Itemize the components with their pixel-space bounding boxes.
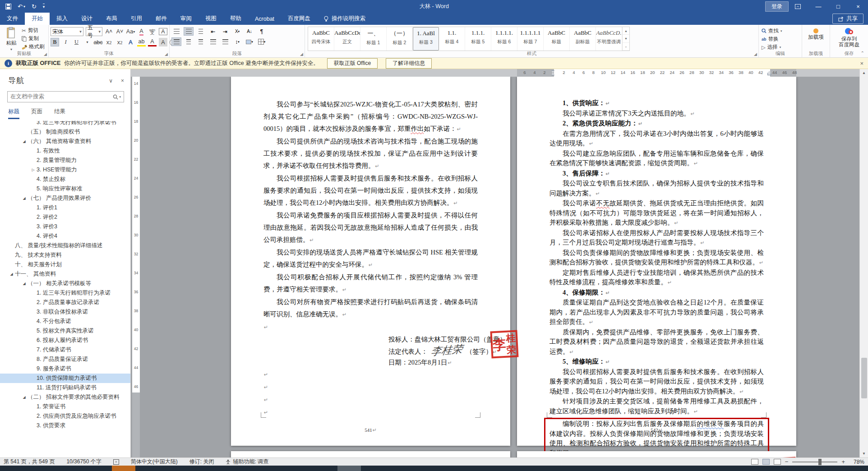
proofing-errors-icon[interactable]: ×	[113, 459, 119, 465]
copy-button[interactable]: 复制	[22, 35, 45, 42]
nav-heading-item[interactable]: ◢（二） 招标文件要求的其他必要资料	[0, 392, 130, 402]
style-正文[interactable]: AaBbCcDd正文	[334, 27, 360, 51]
grow-font-button[interactable]: A˄	[105, 28, 113, 36]
collapse-ribbon-icon[interactable]: ⌃	[861, 51, 864, 55]
nav-heading-item[interactable]: 7. 代储承诺书	[0, 345, 130, 355]
align-right-button[interactable]	[196, 37, 206, 46]
nav-heading-item[interactable]: 11. 送货打码贴码承诺书	[0, 383, 130, 392]
bullets-button[interactable]	[171, 27, 181, 36]
nav-heading-item[interactable]: 1. 近三年无行贿犯罪行为承诺	[0, 288, 130, 298]
nav-heading-item[interactable]: 2. 质量管理能力	[0, 156, 130, 165]
read-mode-view-button[interactable]	[751, 459, 758, 465]
language-indicator[interactable]: 简体中文(中国大陆)	[131, 458, 178, 466]
customize-quick-access-icon[interactable]: ▾	[43, 4, 45, 9]
underline-dropdown-icon[interactable]: ▾	[83, 38, 92, 46]
paragraph-dialog-launcher-icon[interactable]: ◢	[300, 52, 303, 56]
clipboard-dialog-launcher-icon[interactable]: ◢	[44, 52, 47, 56]
horizontal-ruler[interactable]: 6422468101214161820222426283032343638404…	[131, 69, 859, 77]
expand-open-icon[interactable]: ◢	[21, 196, 28, 200]
next-page-top[interactable]	[517, 451, 796, 457]
paragraph[interactable]: 我公司承诺免费服务的项目应根据招标人需要及时提供，不得以任何理由故意拖延。若因我…	[263, 209, 478, 246]
web-layout-view-button[interactable]	[774, 459, 781, 465]
expand-open-icon[interactable]: ◢	[21, 139, 28, 143]
warning-close-icon[interactable]: ×	[860, 60, 863, 67]
justify-button[interactable]	[208, 37, 218, 46]
style-标题[interactable]: AaBbC标题	[544, 27, 570, 51]
change-case-button[interactable]: Aa▾	[126, 28, 135, 36]
nav-tab-结果[interactable]: 结果	[54, 108, 65, 119]
tab-设计[interactable]: 设计	[74, 13, 99, 25]
style-标题 3[interactable]: 1. AaBl标题 3	[413, 27, 439, 51]
nav-heading-item[interactable]: ◢（七） 产品使用效果评价	[0, 194, 130, 203]
tab-引用[interactable]: 引用	[124, 13, 149, 25]
format-painter-button[interactable]: 格式刷	[22, 43, 45, 50]
save-icon[interactable]	[5, 4, 11, 9]
style-标题 7[interactable]: 1.1.1.1.1标题 7	[517, 27, 544, 51]
nav-heading-item[interactable]: ◢（一） 相关承诺书模板等	[0, 279, 130, 288]
paragraph[interactable]: ↵	[263, 406, 478, 419]
paragraph[interactable]: 我公司安排的现场送货人员将严格遵守长城钻探公司 HSE 相关管理规定，确保送货过…	[263, 246, 478, 271]
search-icon[interactable]: ▾	[113, 94, 121, 100]
paste-button[interactable]: 粘贴 ▾	[2, 26, 21, 51]
paragraph[interactable]: 定期对售后维修人员进行专业技能培训，确保其熟悉所供产品的技术特性及维修流程，提高…	[549, 268, 764, 288]
paragraph[interactable]: 我公司设立专职售后技术团队，确保为招标人提供专业的技术指导和问题解决方案。↵	[549, 179, 764, 199]
nav-heading-item[interactable]: 4. 评价4	[0, 231, 130, 241]
save-to-netdisk-button[interactable]: 保存到百度网盘	[832, 26, 866, 51]
accessibility-indicator[interactable]: 辅助功能: 调查	[226, 458, 268, 466]
nav-heading-item[interactable]: （五） 制造商授权书	[0, 127, 130, 137]
align-left-button[interactable]	[171, 37, 181, 46]
highlight-button[interactable]: ab	[137, 38, 146, 46]
paragraph[interactable]: 质量保证期自产品到达交货地点验收合格之日起12个月。在质量保证期内，若产品出现非…	[549, 298, 764, 328]
nav-heading-item[interactable]: 8. 产品质量保证承诺	[0, 355, 130, 364]
scroll-up-icon[interactable]: ▲	[860, 69, 868, 77]
paragraph[interactable]: 我公司参与“长城钻探2025-WZJC-物资化工-05-A17大类胶粘剂、密封剂…	[263, 98, 478, 135]
nav-heading-item[interactable]: 3. 非联合体投标承诺	[0, 307, 130, 317]
paragraph[interactable]: ↵	[263, 381, 478, 393]
tab-邮件[interactable]: 邮件	[149, 13, 174, 25]
paragraph[interactable]: 我公司根据招标人需要及时提供售后服务和技术服务。在收到招标人服务要求的通知后，我…	[263, 172, 478, 209]
style-四号宋体[interactable]: AaBbC四号宋体	[308, 27, 334, 51]
expand-open-icon[interactable]: ◢	[8, 272, 15, 276]
nav-heading-item[interactable]: 3. 评价3	[0, 222, 130, 231]
superscript-button[interactable]: x2	[115, 38, 124, 46]
subscript-button[interactable]: x2	[105, 38, 113, 46]
font-name-combo[interactable]: 宋体▾	[51, 27, 83, 36]
paragraph[interactable]: 我公司对所有物资严格按照要求进行打码贴码后再送货，确保条码清晰可识别、信息准确无…	[263, 296, 478, 321]
track-changes-indicator[interactable]: 修订: 关闭	[189, 458, 214, 466]
paragraph[interactable]: 我公司积极配合招标人开展代储代销工作，按照约定缴纳 3% 管理费，并遵守相关管理…	[263, 271, 478, 296]
gallery-scroll-down-icon[interactable]: ▼	[623, 35, 629, 42]
numbering-button[interactable]	[184, 27, 194, 36]
zoom-slider-thumb[interactable]	[818, 459, 822, 465]
borders-button[interactable]: ▾	[257, 37, 267, 46]
vertical-ruler[interactable]: 1416182022242628303234363840424446	[132, 77, 140, 457]
search-dropdown-icon[interactable]: ▾	[119, 95, 121, 99]
document-page-541[interactable]: 我公司参与“长城钻探2025-WZJC-物资化工-05-A17大类胶粘剂、密封剂…	[231, 77, 510, 446]
paragraph[interactable]: 在需方急用情况下，我公司承诺在3小时内做出答复，6小时内能够送达使用现场。↵	[549, 129, 764, 149]
nav-heading-item[interactable]: 九、 技术支持资料	[0, 250, 130, 260]
word-count[interactable]: 10/36750 个字	[66, 458, 101, 466]
addins-button[interactable]: 加载项	[804, 26, 828, 51]
nav-heading-item[interactable]: 1. 有效性	[0, 146, 130, 156]
nav-heading-item[interactable]: 3. 供货要求	[0, 421, 130, 430]
text-effects-button[interactable]: A	[126, 38, 135, 46]
close-button[interactable]: ×	[848, 0, 868, 13]
nav-heading-item[interactable]: 2. 供应商供货及应急响应承诺书	[0, 411, 130, 421]
paragraph[interactable]: 我公司根据招标人需要及时提供售后服务和技术服务。在收到招标人服务要求的通知后，我…	[549, 367, 764, 397]
undo-icon[interactable]: ↶▾	[18, 3, 25, 10]
style-标题 6[interactable]: 1.1.1.1.标题 6	[491, 27, 517, 51]
taskbar-app[interactable]	[337, 466, 361, 471]
nav-heading-item[interactable]: 1. 评价1	[0, 203, 130, 212]
strikethrough-button[interactable]: abc	[94, 38, 102, 46]
paragraph[interactable]: 质保期内，免费提供产品维修、零部件更换服务，免收上门服务费、工时费及材料费；因产…	[549, 328, 764, 357]
tab-视图[interactable]: 视图	[199, 13, 223, 25]
distribute-button[interactable]	[220, 37, 230, 46]
multilevel-list-button[interactable]	[196, 27, 206, 36]
line-spacing-button[interactable]: ↕▾	[232, 37, 242, 46]
style-标题 1[interactable]: 一、标题 1	[360, 27, 387, 51]
underline-button[interactable]: U	[72, 38, 81, 46]
increase-indent-button[interactable]: ⇥	[220, 27, 230, 36]
nav-heading-item[interactable]: 10. 供货保障能力承诺书	[0, 374, 130, 383]
zoom-percentage[interactable]: 78%	[849, 459, 864, 465]
paragraph[interactable]: 我公司承诺不无故延期供货、拖延供货或无正当理由拒绝供货。如因特殊情况（如不可抗力…	[549, 199, 764, 228]
font-dialog-launcher-icon[interactable]: ◢	[165, 52, 168, 56]
